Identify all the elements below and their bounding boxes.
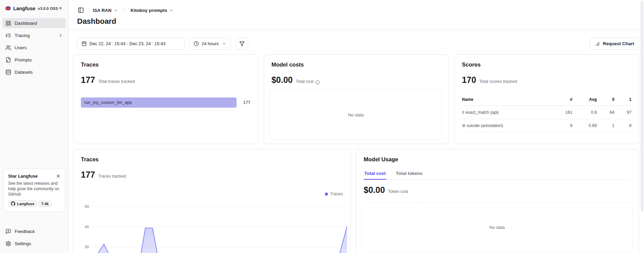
project-selector[interactable]: Kitoboy prompts — [130, 8, 174, 13]
sidebar-toggle-icon[interactable] — [76, 5, 86, 15]
model-costs-subtitle: Total cost — [296, 79, 314, 84]
traces-area-chart: 304560 — [73, 149, 351, 253]
star-count-badge: 7.4k — [38, 201, 51, 207]
sidebar-item-label: Users — [15, 45, 27, 50]
date-range-picker[interactable]: Dec 22, 24 : 15:43 - Dec 23, 24 : 15:43 — [77, 38, 185, 50]
traces-chart-value: 177 — [81, 170, 95, 180]
score-one: 8 — [614, 119, 631, 132]
legend-dot-icon — [325, 193, 328, 196]
score-count: 9 — [551, 119, 572, 132]
score-avg: 0.6 — [572, 106, 597, 119]
traces-chart-subtitle: Traces tracked — [98, 174, 126, 179]
brand-home-link[interactable]: Langfuse v3.0.0 OSS — [0, 0, 68, 16]
card-title: Traces — [81, 61, 250, 68]
chart-cards-row: 304560 Traces 177 Traces tracked Traces … — [73, 149, 639, 253]
card-title: Scores — [462, 61, 631, 68]
sidebar-nav: Dashboard Tracing Users Prompts — [0, 16, 68, 79]
sidebar-item-label: Datasets — [15, 70, 33, 75]
scores-total-subtitle: Total scores tracked — [479, 79, 517, 84]
star-card-title: Star Langfuse — [8, 174, 60, 179]
date-range-value: Dec 22, 24 : 15:43 - Dec 23, 24 : 15:43 — [89, 41, 166, 46]
score-one: 97 — [614, 106, 631, 119]
sidebar: Langfuse v3.0.0 OSS Dashboard Tracing — [0, 0, 69, 253]
model-usage-tabs: Total cost Total tokens — [364, 169, 631, 180]
svg-text:45: 45 — [85, 225, 89, 229]
sidebar-item-users[interactable]: Users — [2, 42, 66, 53]
card-title: Model Usage — [364, 156, 631, 163]
scores-total-value: 170 — [462, 75, 476, 85]
divider — [89, 7, 89, 13]
sidebar-item-tracing[interactable]: Tracing — [2, 30, 66, 40]
chart-legend: Traces — [325, 192, 343, 196]
bar-chart-icon — [595, 41, 600, 47]
sidebar-item-prompts[interactable]: Prompts — [2, 55, 66, 65]
col-one: 1 — [614, 95, 631, 106]
table-row[interactable]: # exact_match (api) 161 0.6 64 97 — [462, 106, 631, 119]
legend-label: Traces — [330, 192, 343, 196]
users-icon — [5, 45, 11, 51]
clock-icon — [194, 41, 199, 46]
token-cost-value: $0.00 — [364, 185, 385, 195]
time-preset-value: 24 hours — [202, 41, 219, 46]
card-title: Model costs — [272, 61, 441, 68]
trace-name-bar: run_my_custom_llm_app — [81, 97, 237, 108]
version-link[interactable]: v3.0.0 OSS — [38, 6, 62, 11]
sidebar-footer: Feedback Settings — [2, 226, 66, 249]
model-costs-value: $0.00 — [272, 75, 293, 85]
vertical-scrollbar[interactable] — [641, 1, 643, 212]
tab-total-cost[interactable]: Total cost — [364, 169, 386, 180]
traces-summary-card: Traces 177 Total traces tracked run_my_c… — [73, 54, 258, 144]
tab-total-tokens[interactable]: Total tokens — [395, 169, 423, 179]
summary-cards-row: Traces 177 Total traces tracked run_my_c… — [73, 54, 639, 144]
sidebar-item-label: Prompts — [15, 57, 32, 62]
sidebar-item-dashboard[interactable]: Dashboard — [2, 18, 66, 28]
feedback-message-icon — [5, 229, 11, 234]
sidebar-item-label: Dashboard — [15, 21, 37, 26]
divider — [69, 29, 644, 30]
calendar-icon — [82, 41, 87, 46]
gear-icon — [5, 241, 11, 247]
table-row[interactable]: ⊚ suicide (annotation) 9 0.89 1 8 — [462, 119, 631, 132]
card-title: Traces — [81, 156, 343, 163]
org-selector[interactable]: ISA RAN — [93, 8, 118, 13]
svg-text:30: 30 — [85, 245, 89, 249]
sidebar-item-feedback[interactable]: Feedback — [2, 226, 66, 236]
star-card-body: See the latest releases and help grow th… — [8, 181, 60, 197]
close-icon[interactable] — [55, 173, 62, 179]
chevron-down-icon — [169, 8, 174, 13]
sidebar-item-label: Feedback — [15, 229, 35, 234]
col-name: Name — [462, 95, 551, 106]
sidebar-item-label: Settings — [15, 241, 31, 246]
model-usage-card: Model Usage Total cost Total tokens $0.0… — [356, 149, 639, 253]
org-name: ISA RAN — [93, 8, 111, 13]
sidebar-item-settings[interactable]: Settings — [2, 238, 66, 249]
traces-total-subtitle: Total traces tracked — [98, 79, 135, 84]
model-costs-card: Model costs $0.00 Total cost No data — [264, 54, 449, 144]
scores-table-header: Name # Avg 0 1 — [462, 95, 631, 106]
time-preset-select[interactable]: 24 hours — [189, 38, 231, 50]
list-tree-icon — [5, 33, 11, 38]
request-chart-button[interactable]: Request Chart — [590, 38, 639, 50]
trace-name-bar-value: 177 — [243, 100, 250, 105]
github-icon — [11, 201, 15, 206]
score-name: # exact_match (api) — [462, 106, 551, 119]
github-star-badge[interactable]: Langfuse 7.4k — [8, 200, 60, 207]
info-icon[interactable] — [315, 80, 320, 85]
trace-name-bar-row[interactable]: run_my_custom_llm_app 177 — [81, 97, 250, 108]
svg-text:60: 60 — [85, 204, 89, 209]
github-repo-label: Langfuse — [17, 202, 34, 206]
funnel-icon — [239, 41, 245, 47]
score-avg: 0.89 — [572, 119, 597, 132]
no-data-placeholder: No data — [269, 90, 442, 140]
breadcrumb: ISA RAN Kitoboy prompts — [76, 5, 174, 15]
traces-chart-card: 304560 Traces 177 Traces tracked Traces — [73, 149, 351, 253]
no-data-placeholder: No data — [362, 202, 632, 252]
score-name: ⊚ suicide (annotation) — [462, 119, 551, 132]
sidebar-item-datasets[interactable]: Datasets — [2, 67, 66, 77]
langfuse-knot-logo-icon — [5, 5, 11, 11]
score-zero: 1 — [597, 119, 614, 132]
chevron-right-icon — [58, 33, 63, 38]
slash-separator-icon — [121, 7, 127, 13]
arrow-up-icon — [58, 6, 63, 11]
filter-button[interactable] — [236, 38, 248, 50]
